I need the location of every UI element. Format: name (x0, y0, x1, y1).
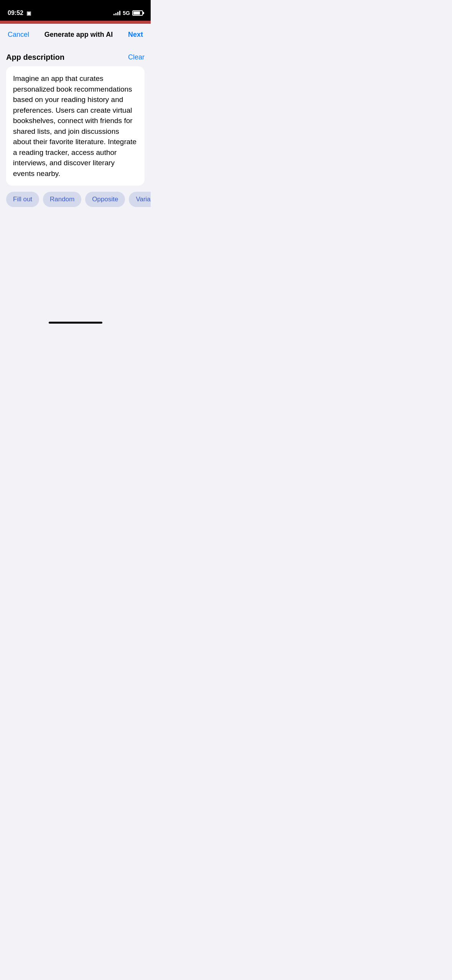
battery-icon (132, 10, 143, 16)
status-bar: 09:52 ▣ 5G (0, 0, 151, 21)
next-button[interactable]: Next (128, 31, 143, 39)
status-right: 5G (113, 10, 143, 16)
navigation-bar: Cancel Generate app with AI Next (0, 24, 151, 45)
variant-button[interactable]: Variant (129, 192, 151, 207)
main-content: App description Clear Imagine an app tha… (0, 45, 151, 213)
description-text: Imagine an app that curates personalized… (13, 73, 138, 179)
fill-out-button[interactable]: Fill out (6, 192, 39, 207)
page-title: Generate app with AI (44, 31, 113, 39)
section-header: App description Clear (6, 53, 145, 62)
accent-bar (0, 21, 151, 24)
clear-button[interactable]: Clear (128, 53, 145, 61)
section-title: App description (6, 53, 64, 62)
action-buttons-row: Fill out Random Opposite Variant (6, 192, 145, 207)
random-button[interactable]: Random (43, 192, 81, 207)
time-display: 09:52 (8, 10, 23, 16)
home-indicator (49, 322, 102, 324)
description-container[interactable]: Imagine an app that curates personalized… (6, 66, 145, 186)
signal-icon (113, 11, 120, 15)
status-left: 09:52 ▣ (8, 10, 31, 16)
network-type: 5G (123, 10, 130, 16)
cancel-button[interactable]: Cancel (8, 31, 29, 39)
opposite-button[interactable]: Opposite (85, 192, 125, 207)
sim-icon: ▣ (26, 10, 31, 16)
